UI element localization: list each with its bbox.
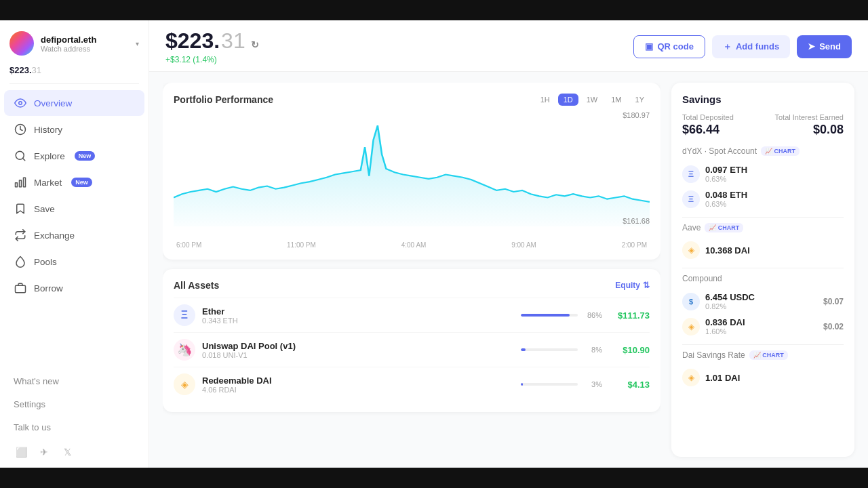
sidebar-nav: Overview History Explore New Market: [0, 89, 149, 302]
chart-pill-dydx[interactable]: 📈 CHART: [761, 146, 800, 156]
compound-dai-icon: ◈: [682, 318, 700, 336]
qr-icon: ▣: [645, 41, 653, 52]
chart-svg: [174, 111, 650, 226]
content-area: Portfolio Performance 1H 1D 1W 1M 1Y $18…: [149, 72, 868, 468]
center-column: Portfolio Performance 1H 1D 1W 1M 1Y $18…: [163, 83, 660, 457]
asset-pct-rdai: 3%: [583, 380, 602, 388]
asset-name-ether: Ether: [202, 306, 514, 317]
table-row: ◈ Redeemable DAI 4.06 RDAI 3% $4.13: [174, 367, 650, 401]
aave-dai-icon: ◈: [682, 241, 700, 259]
asset-info-ether: Ether 0.343 ETH: [202, 306, 514, 325]
uniswap-icon: 🦄: [174, 339, 195, 361]
eye-icon: [14, 96, 27, 110]
savings-divider-3: [682, 344, 844, 345]
tab-1y[interactable]: 1Y: [630, 94, 650, 106]
sidebar-item-whatsnew[interactable]: What's new: [4, 370, 144, 392]
main-header: $223.31 ↻ +$3.12 (1.4%) ▣ QR code ＋ Add …: [149, 20, 868, 72]
asset-bar-rdai: 3%: [521, 380, 602, 388]
eth-icon-1: Ξ: [682, 165, 700, 183]
asset-pct-uniswap: 8%: [583, 346, 602, 354]
chart-x-label-0: 6:00 PM: [176, 241, 201, 249]
savings-asset-info-1: 0.048 ETH 0.63%: [705, 190, 844, 208]
tab-1w[interactable]: 1W: [581, 94, 604, 106]
sidebar-item-label-settings: Settings: [14, 399, 45, 409]
tab-1d[interactable]: 1D: [558, 94, 578, 106]
sidebar-item-history[interactable]: History: [4, 117, 144, 142]
total-deposited: Total Deposited $66.44: [682, 113, 734, 137]
assets-title: All Assets: [174, 280, 219, 291]
asset-value-rdai: $4.13: [609, 380, 650, 390]
twitter-icon[interactable]: 𝕏: [60, 445, 75, 460]
sidebar-item-market[interactable]: Market New: [4, 169, 144, 195]
svg-rect-4: [24, 178, 26, 187]
sidebar-item-borrow[interactable]: Borrow: [4, 275, 144, 301]
usdc-icon: $: [682, 293, 700, 310]
asset-bar-bg-rdai: [521, 383, 578, 386]
asset-bar-fill-rdai: [521, 383, 523, 386]
equity-sort-button[interactable]: Equity ⇅: [615, 281, 650, 290]
sidebar-item-explore[interactable]: Explore New: [4, 143, 144, 169]
send-button[interactable]: ➤ Send: [797, 35, 852, 58]
total-interest-value: $0.08: [774, 123, 844, 137]
market-badge: New: [71, 178, 92, 187]
asset-sub-rdai: 4.06 RDAI: [202, 386, 514, 394]
sidebar-item-label-explore: Explore: [34, 151, 65, 161]
send-icon: ➤: [808, 41, 815, 52]
social-icons: ⬜ ✈ 𝕏: [0, 439, 149, 462]
savings-totals: Total Deposited $66.44 Total Interest Ea…: [682, 113, 844, 137]
main-content: $223.31 ↻ +$3.12 (1.4%) ▣ QR code ＋ Add …: [149, 20, 868, 468]
list-item: ◈ 1.01 DAI: [682, 365, 844, 390]
svg-point-0: [19, 102, 22, 105]
sidebar-balance-minor: 31: [32, 65, 41, 75]
telegram-icon[interactable]: ✈: [37, 445, 52, 460]
sidebar-item-label-pools: Pools: [34, 257, 57, 267]
chart-pill-aave[interactable]: 📈 CHART: [705, 223, 743, 232]
savings-asset-value-usdc: $0.07: [823, 297, 844, 306]
discord-icon[interactable]: ⬜: [14, 445, 28, 460]
savings-asset-info-usdc: 6.454 USDC 0.82%: [705, 292, 818, 310]
savings-title: Savings: [682, 94, 844, 105]
savings-card: Savings Total Deposited $66.44 Total Int…: [671, 83, 854, 457]
chart-bar-icon: [14, 176, 27, 189]
savings-asset-name-dsr: 1.01 DAI: [705, 373, 844, 383]
asset-bar-bg-uniswap: [521, 348, 578, 351]
add-funds-button[interactable]: ＋ Add funds: [712, 35, 790, 58]
savings-asset-info-aave: 10.368 DAI: [705, 245, 844, 256]
ether-icon: Ξ: [174, 304, 195, 326]
chart-x-label-4: 2:00 PM: [622, 241, 647, 249]
balance-change: +$3.12 (1.4%): [165, 55, 633, 64]
chart-title: Portfolio Performance: [174, 94, 273, 105]
sidebar-balance-main: $223.: [9, 65, 32, 75]
list-item: ◈ 10.368 DAI: [682, 238, 844, 262]
sidebar-item-settings[interactable]: Settings: [4, 393, 144, 415]
sidebar-item-label-history: History: [34, 125, 62, 135]
explore-badge: New: [75, 151, 96, 161]
list-item: Ξ 0.097 ETH 0.63%: [682, 161, 844, 186]
sidebar-username: defiportal.eth: [41, 35, 129, 45]
balance-main: $223.: [165, 28, 220, 54]
tab-1m[interactable]: 1M: [606, 94, 627, 106]
savings-asset-info-0: 0.097 ETH 0.63%: [705, 165, 844, 183]
savings-section-dsr: Dai Savings Rate 📈 CHART: [682, 350, 844, 360]
sidebar-item-label-save: Save: [34, 204, 55, 214]
asset-bar-fill-uniswap: [521, 348, 526, 351]
sidebar-item-label-overview: Overview: [34, 98, 72, 108]
sidebar-item-label-whatsnew: What's new: [14, 376, 59, 386]
sidebar-item-talktous[interactable]: Talk to us: [4, 416, 144, 439]
sidebar-item-save[interactable]: Save: [4, 196, 144, 222]
sidebar-footer: What's new Settings Talk to us ⬜ ✈ 𝕏: [0, 369, 149, 468]
sidebar-item-pools[interactable]: Pools: [4, 249, 144, 274]
savings-asset-info-dsr: 1.01 DAI: [705, 373, 844, 383]
qr-code-button[interactable]: ▣ QR code: [633, 35, 705, 58]
refresh-icon[interactable]: ↻: [251, 39, 259, 50]
chart-pill-dsr[interactable]: 📈 CHART: [749, 350, 788, 360]
sidebar-header: defiportal.eth Watch address ▾: [0, 20, 149, 62]
table-row: Ξ Ether 0.343 ETH 86% $111.73: [174, 298, 650, 332]
savings-asset-value-cdai: $0.02: [823, 322, 844, 331]
tab-1h[interactable]: 1H: [535, 94, 555, 106]
savings-asset-sub-usdc: 0.82%: [705, 302, 818, 310]
sidebar-item-overview[interactable]: Overview: [4, 90, 144, 116]
chevron-down-icon[interactable]: ▾: [136, 40, 139, 47]
avatar[interactable]: [9, 31, 34, 56]
sidebar-item-exchange[interactable]: Exchange: [4, 222, 144, 248]
